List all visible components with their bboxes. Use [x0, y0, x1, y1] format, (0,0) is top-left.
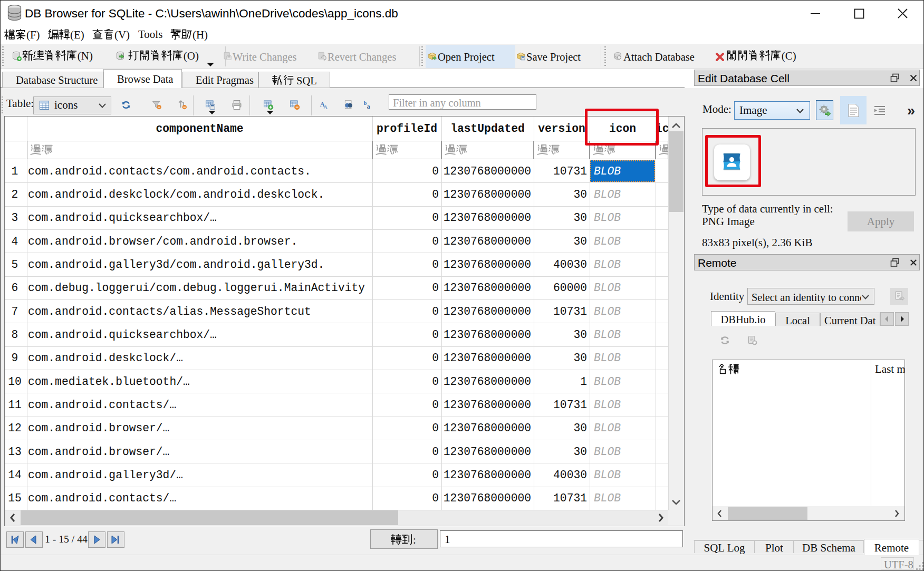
svg-text:A: A	[323, 104, 328, 110]
svg-text:a: a	[367, 103, 370, 110]
